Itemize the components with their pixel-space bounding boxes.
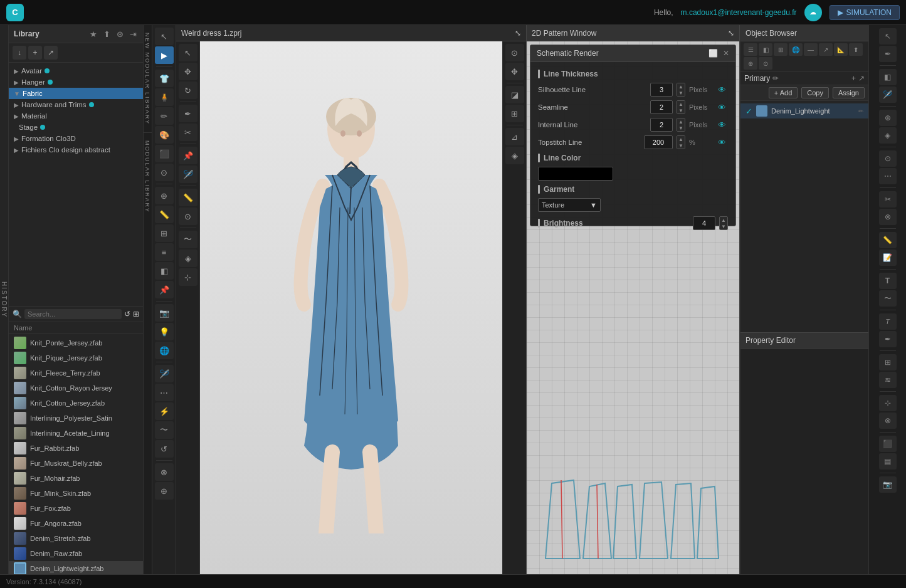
list-item[interactable]: Fur_Mink_Skin.zfab bbox=[9, 486, 143, 501]
extra-tool2[interactable]: ⊕ bbox=[155, 482, 174, 500]
rt-grid-tool[interactable]: ⊞ bbox=[879, 354, 897, 370]
line-color-swatch[interactable] bbox=[538, 167, 613, 181]
rt-texture-tool[interactable]: ⬛ bbox=[879, 436, 897, 452]
obj-tb-ruler[interactable]: 📐 bbox=[834, 43, 848, 56]
arrow-lib-btn[interactable]: ↗ bbox=[44, 46, 58, 60]
add-lib-btn[interactable]: + bbox=[28, 46, 42, 60]
simulation-button[interactable]: ▶ SIMULATION bbox=[830, 5, 900, 20]
vp-right-tool6[interactable]: ◈ bbox=[505, 147, 524, 164]
rt-edit-tool[interactable]: ✒ bbox=[879, 46, 897, 62]
list-item[interactable]: Denim_Stretch.zfab bbox=[9, 531, 143, 546]
topstitch-value[interactable]: 200 bbox=[644, 135, 673, 149]
list-item[interactable]: Fur_Muskrat_Belly.zfab bbox=[9, 456, 143, 471]
simulate-tool[interactable]: ⚡ bbox=[155, 402, 174, 420]
list-item[interactable]: Fur_Fox.zfab bbox=[9, 501, 143, 516]
vp-right-tool4[interactable]: ⊞ bbox=[505, 105, 524, 122]
list-item[interactable]: Denim_Raw.zfab bbox=[9, 546, 143, 561]
rt-scissors-tool[interactable]: ✂ bbox=[879, 191, 897, 207]
measure-tool[interactable]: 📏 bbox=[155, 206, 174, 223]
expand-icon[interactable]: ⤡ bbox=[515, 29, 521, 38]
vp-extra3-tool[interactable]: ⊹ bbox=[179, 268, 198, 286]
tree-item-avatar[interactable]: ▶ Avatar bbox=[9, 65, 143, 76]
seamline-eye[interactable]: 👁 bbox=[715, 101, 728, 113]
vp-rotate-tool[interactable]: ↻ bbox=[179, 81, 198, 99]
rt-camera-tool[interactable]: 📷 bbox=[879, 476, 897, 493]
seamline-spinner[interactable]: ▲ ▼ bbox=[677, 100, 685, 114]
rt-wave2-tool[interactable]: ≋ bbox=[879, 372, 897, 388]
obj-tb-minus[interactable]: — bbox=[804, 43, 818, 56]
render-tool[interactable]: ⊙ bbox=[155, 164, 174, 181]
rt-cursor-tool[interactable]: ↖ bbox=[879, 28, 897, 45]
rt-pen-tool[interactable]: ✒ bbox=[879, 331, 897, 347]
grid-tool[interactable]: ⊞ bbox=[155, 224, 174, 242]
brightness-spinner[interactable]: ▲ ▼ bbox=[719, 216, 728, 230]
obj-item-denim[interactable]: ✓ Denim_Lightweight ✏ bbox=[740, 103, 868, 118]
rt-note-tool[interactable]: 📝 bbox=[879, 249, 897, 266]
list-item[interactable]: Interlining_Acetate_Lining bbox=[9, 426, 143, 441]
silhouette-value[interactable]: 3 bbox=[650, 83, 673, 97]
spin-down[interactable]: ▼ bbox=[677, 125, 685, 131]
vp-extra1-tool[interactable]: ⊙ bbox=[179, 207, 198, 225]
wind-tool[interactable]: 〜 bbox=[155, 421, 174, 439]
add-button[interactable]: + Add bbox=[769, 87, 798, 98]
copy-button[interactable]: Copy bbox=[801, 87, 829, 98]
silhouette-eye[interactable]: 👁 bbox=[715, 83, 728, 96]
zoom-tool[interactable]: ⊕ bbox=[155, 187, 174, 204]
history-tab[interactable]: HISTORY bbox=[0, 25, 9, 574]
garment-dropdown[interactable]: Texture ▼ bbox=[538, 198, 601, 212]
obj-tb-arrow[interactable]: ⬆ bbox=[849, 43, 863, 56]
tree-item-fabric[interactable]: ▼ Fabric bbox=[9, 88, 143, 99]
internal-eye[interactable]: 👁 bbox=[715, 118, 728, 131]
rt-extra3-tool[interactable]: ⊹ bbox=[879, 395, 897, 411]
rt-text2-tool[interactable]: T bbox=[879, 313, 897, 330]
user-email[interactable]: m.cadoux1@intervenant-ggeedu.fr bbox=[681, 8, 797, 17]
tree-item-hardware[interactable]: ▶ Hardware and Trims bbox=[9, 99, 143, 110]
list-item[interactable]: Fur_Rabbit.zfab bbox=[9, 441, 143, 456]
spin-down[interactable]: ▼ bbox=[677, 142, 685, 149]
extra-tool1[interactable]: ⊗ bbox=[155, 463, 174, 481]
vp-move-tool[interactable]: ✥ bbox=[179, 63, 198, 80]
search-input[interactable] bbox=[24, 309, 122, 319]
stitch-tool[interactable]: ⋯ bbox=[155, 384, 174, 401]
pattern-tool[interactable]: ◧ bbox=[155, 262, 174, 280]
arrow-section-icon[interactable]: ↗ bbox=[858, 74, 865, 83]
rt-measure-tool[interactable]: 📏 bbox=[879, 232, 897, 248]
reset-tool[interactable]: ↺ bbox=[155, 440, 174, 458]
obj-tb-extra2[interactable]: ⊙ bbox=[759, 57, 772, 70]
rt-wave-tool[interactable]: 〜 bbox=[879, 290, 897, 307]
star-icon[interactable]: ★ bbox=[88, 29, 98, 39]
rt-extra2-tool[interactable]: ⊗ bbox=[879, 209, 897, 225]
tree-item-formation[interactable]: ▶ Formation Clo3D bbox=[9, 133, 143, 144]
garment-tool[interactable]: 👕 bbox=[155, 70, 174, 87]
rt-marker-tool[interactable]: ⊙ bbox=[879, 150, 897, 167]
new-modular-tab[interactable]: NEW MODULAR LIBRARY bbox=[144, 25, 152, 133]
vp-scissor-tool[interactable]: ✂ bbox=[179, 123, 198, 141]
pin-tool[interactable]: 📌 bbox=[155, 281, 174, 298]
obj-tb-fabric[interactable]: ◧ bbox=[759, 43, 772, 56]
rt-fabric-tool[interactable]: ◧ bbox=[879, 69, 897, 85]
vp-right-tool5[interactable]: ⊿ bbox=[505, 128, 524, 145]
tree-item-hanger[interactable]: ▶ Hanger bbox=[9, 76, 143, 88]
list-item[interactable]: Knit_Ponte_Jersey.zfab bbox=[9, 335, 143, 350]
rt-hatch-tool[interactable]: ▤ bbox=[879, 453, 897, 470]
rt-sewing-tool[interactable]: 🪡 bbox=[879, 87, 897, 103]
tree-item-fichiers[interactable]: ▶ Fichiers Clo design abstract bbox=[9, 144, 143, 155]
vp-pin2-tool[interactable]: 📌 bbox=[179, 147, 198, 164]
seamline-value[interactable]: 2 bbox=[650, 100, 673, 114]
spin-down[interactable]: ▼ bbox=[720, 223, 727, 229]
obj-tb-extra1[interactable]: ⊕ bbox=[744, 57, 757, 70]
brightness-value[interactable]: 4 bbox=[693, 216, 715, 230]
expand-pattern-icon[interactable]: ⤡ bbox=[728, 29, 734, 38]
sync-icon[interactable]: ☁ bbox=[804, 4, 822, 21]
light-tool[interactable]: 💡 bbox=[155, 323, 174, 340]
select-tool[interactable]: ↖ bbox=[155, 28, 174, 45]
list-item[interactable]: Denim_Lightweight.zfab bbox=[9, 561, 143, 575]
rt-extra4-tool[interactable]: ⊗ bbox=[879, 412, 897, 429]
grid-icon[interactable]: ⊞ bbox=[133, 310, 139, 318]
globe-tool[interactable]: 🌐 bbox=[155, 342, 174, 359]
spin-up[interactable]: ▲ bbox=[720, 217, 727, 223]
vp-measure2-tool[interactable]: 📏 bbox=[179, 189, 198, 206]
list-item[interactable]: Knit_Pique_Jersey.zfab bbox=[9, 350, 143, 365]
layer-tool[interactable]: ≡ bbox=[155, 243, 174, 261]
material-tool[interactable]: 🎨 bbox=[155, 126, 174, 144]
